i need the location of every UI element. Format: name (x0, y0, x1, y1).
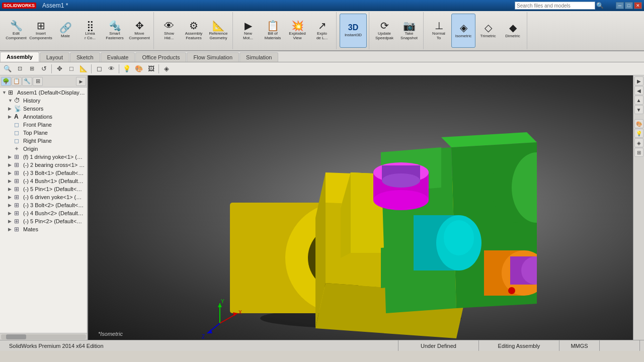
tree-item-bush2[interactable]: ▶ ⊞ (-) 4 Bush<2> (Default<<Di (0, 209, 87, 217)
units-section: MMGS (559, 340, 600, 351)
take-snapshot-button[interactable]: 📷 TakeSnapshot (397, 14, 421, 48)
bom-icon: 📋 (267, 21, 279, 31)
front-plane-label: Front Plane (23, 122, 52, 128)
linear-component-button[interactable]: ⣿ Linear Co... (78, 14, 102, 48)
property-manager-tab[interactable]: 📋 (12, 77, 22, 86)
view-orient-button[interactable]: 📐 (78, 64, 89, 74)
right-btn-6[interactable]: 💡 (634, 129, 643, 138)
right-btn-1[interactable]: ▶ (634, 76, 643, 85)
zoom-to-fit-button[interactable]: ⊡ (14, 64, 25, 74)
instant3d-button[interactable]: 3D Instant3D (340, 14, 367, 48)
edit-component-label: EditComponent (6, 32, 26, 41)
tab-office-products[interactable]: Office Products (135, 52, 186, 62)
tree-item-bolt2[interactable]: ▶ ⊞ (-) 3 Bolt<2> (Default<<De (0, 201, 87, 209)
zoom-to-selection-button[interactable]: ⊞ (26, 64, 37, 74)
move-component-button[interactable]: ✥ MoveComponent (127, 14, 151, 48)
tab-simulation[interactable]: Simulation (239, 52, 278, 62)
right-btn-5[interactable]: 🎨 (634, 119, 643, 128)
tree-item-bearing-cross[interactable]: ▶ ⊞ (-) 2 bearing cross<1> (Def (0, 161, 87, 169)
panel-scrollbar[interactable] (0, 333, 87, 340)
configuration-manager-tab[interactable]: 🔧 (22, 77, 32, 86)
section-view-button[interactable]: □ (66, 64, 77, 74)
display-style-button[interactable]: ◻ (94, 64, 105, 74)
view-toolbar: 🔍 ⊡ ⊞ ↺ ✥ □ 📐 ◻ 👁 💡 🎨 🖼 ◈ (0, 62, 644, 75)
insert-components-button[interactable]: ⊞ InsertComponents (29, 14, 53, 48)
rotate-view-button[interactable]: ↺ (38, 64, 49, 74)
tree-item-bush1[interactable]: ▶ ⊞ (-) 4 Bush<1> (Default<<D (0, 177, 87, 185)
feature-tree-panel: 🌳 📋 🔧 ⊞ ► ▼ ⊞ Assem1 (Default<Display St… (0, 75, 88, 340)
tab-sketch[interactable]: Sketch (70, 52, 100, 62)
tree-item-driving-yoke[interactable]: ▶ ⊞ (f) 1 driving yoke<1> (Defa (0, 153, 87, 161)
scene-button[interactable]: 🎨 (133, 64, 144, 74)
bill-of-materials-button[interactable]: 📋 Bill ofMaterials (261, 14, 285, 48)
isometric-button[interactable]: ◈ Isometric (451, 14, 475, 48)
tree-item-annotations[interactable]: ▶ A Annotations (0, 113, 87, 121)
edit-component-button[interactable]: 🔧 EditComponent (4, 14, 28, 48)
tab-evaluate[interactable]: Evaluate (101, 52, 135, 62)
mate-button[interactable]: 🔗 Mate (53, 14, 77, 48)
panel-expand-button[interactable]: ► (76, 77, 86, 86)
coords-section (600, 340, 640, 351)
tree-item-pin2[interactable]: ▶ ⊞ (-) 5 Pin<2> (Default<<Def (0, 217, 87, 225)
tree-item-driven-yoke[interactable]: ▶ ⊞ (-) 6 driven yoke<1> (Defal (0, 193, 87, 201)
tree-item-origin[interactable]: ▶ ✦ Origin (0, 145, 87, 153)
hide-show-button[interactable]: 👁 (106, 64, 117, 74)
lighting-button[interactable]: 💡 (121, 64, 132, 74)
tab-flow-simulation[interactable]: Flow Simulation (187, 52, 239, 62)
tree-item-sensors[interactable]: ▶ 📡 Sensors (0, 105, 87, 113)
maximize-button[interactable]: □ (625, 2, 633, 9)
smart-fasteners-button[interactable]: 🔩 SmartFasteners (103, 14, 127, 48)
show-hide-label: ShowHid... (164, 32, 174, 41)
annotations-icon: A (14, 113, 22, 120)
mate-icon: 🔗 (59, 23, 72, 33)
exploded-view-button[interactable]: 💥 ExplodedView (285, 14, 309, 48)
reference-geometry-button[interactable]: 📐 ReferenceGeometry (206, 14, 230, 48)
appearances-button[interactable]: 🖼 (145, 64, 156, 74)
svg-text:Z: Z (202, 334, 205, 339)
normal-to-button[interactable]: ⊥ NormalTo (427, 14, 451, 48)
assembly-features-button[interactable]: ⚙ AssemblyFeatures (182, 14, 206, 48)
tree-item-right-plane[interactable]: ▶ ◻ Right Plane (0, 137, 87, 145)
right-btn-4[interactable]: ▼ (634, 105, 643, 114)
update-speedpak-button[interactable]: ⟳ UpdateSpeedpak (372, 14, 396, 48)
fasteners-icon: 🔩 (109, 21, 121, 31)
search-input[interactable] (515, 2, 595, 10)
linear-icon: ⣿ (87, 21, 94, 31)
right-plane-icon: ◻ (14, 137, 22, 144)
dimetric-button[interactable]: ◆ Dimetric (501, 14, 525, 48)
show-hide-button[interactable]: 👁 ShowHid... (157, 14, 181, 48)
render-button[interactable]: ◈ (161, 64, 172, 74)
zoom-in-button[interactable]: 🔍 (2, 64, 13, 74)
assembly-features-label: AssemblyFeatures (185, 32, 203, 41)
tree-item-bolt1[interactable]: ▶ ⊞ (-) 3 Bolt<1> (Default<<De (0, 169, 87, 177)
pan-button[interactable]: ✥ (54, 64, 65, 74)
tab-assembly[interactable]: Assembly (0, 52, 39, 62)
main-area: 🌳 📋 🔧 ⊞ ► ▼ ⊞ Assem1 (Default<Display St… (0, 75, 644, 340)
new-motion-button[interactable]: ▶ NewMot... (236, 14, 260, 48)
tab-layout[interactable]: Layout (40, 52, 69, 62)
right-btn-2[interactable]: ◀ (634, 86, 643, 95)
tree-item-history[interactable]: ▼ ⏱ History (0, 97, 87, 105)
minimize-button[interactable]: ─ (616, 2, 624, 9)
tree-item-assem1[interactable]: ▼ ⊞ Assem1 (Default<Display Sta (0, 88, 87, 97)
right-btn-3[interactable]: ▲ (634, 96, 643, 105)
tree-item-top-plane[interactable]: ▶ ◻ Top Plane (0, 129, 87, 137)
3d-viewport[interactable]: Y X Z *Isometric (88, 75, 633, 340)
sensors-label: Sensors (23, 106, 43, 112)
right-btn-8[interactable]: ⊞ (634, 148, 643, 157)
close-button[interactable]: ✕ (634, 2, 642, 9)
trimetric-button[interactable]: ◇ Trimetric (476, 14, 500, 48)
tree-item-front-plane[interactable]: ▶ ◻ Front Plane (0, 121, 87, 129)
origin-expand: ▶ (8, 146, 14, 151)
dim-expert-tab[interactable]: ⊞ (33, 77, 43, 86)
feature-manager-tab[interactable]: 🌳 (1, 77, 11, 86)
origin-label: Origin (23, 146, 38, 152)
tree-item-pin1[interactable]: ▶ ⊞ (-) 5 Pin<1> (Default<<Def (0, 185, 87, 193)
tree-item-mates[interactable]: ▶ ⊞ Mates (0, 225, 87, 233)
scroll-thumb[interactable] (6, 334, 26, 339)
move-icon: ✥ (135, 21, 144, 31)
titlebar-left: SOLIDWORKS Assem1 * (2, 2, 68, 9)
explode-line-button[interactable]: ↗ Explode L... (310, 14, 334, 48)
search-icon[interactable]: 🔍 (596, 2, 604, 9)
right-btn-7[interactable]: ◈ (634, 138, 643, 147)
